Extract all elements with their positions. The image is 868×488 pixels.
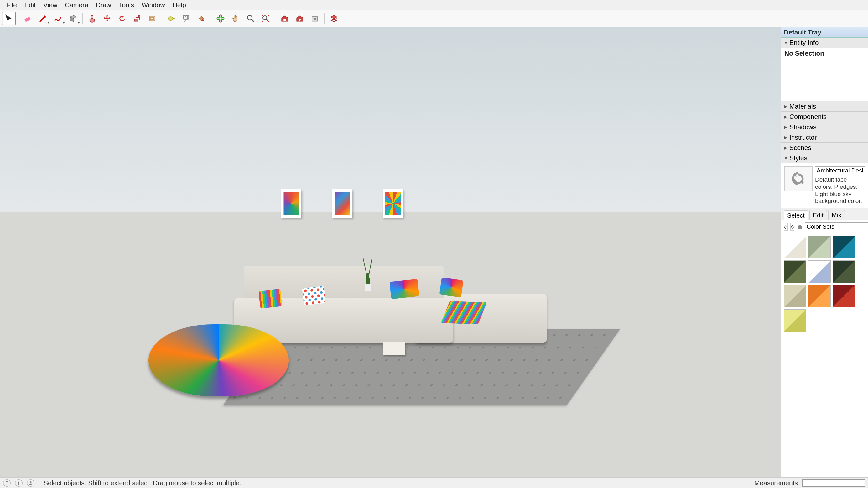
styles-nav-home[interactable]	[797, 223, 803, 231]
style-swatch[interactable]	[833, 285, 855, 307]
tool-scale[interactable]	[130, 11, 144, 25]
svg-text:A1: A1	[185, 16, 189, 19]
separator	[162, 13, 162, 24]
style-name-input[interactable]	[815, 166, 865, 175]
styles-tab-select[interactable]: Select	[784, 210, 808, 221]
svg-point-12	[30, 481, 31, 483]
model-pillow-geo-1	[390, 279, 420, 299]
tool-tape[interactable]	[164, 11, 178, 25]
tool-zoom-extents[interactable]	[259, 11, 273, 25]
tray-label-instructor: Instructor	[789, 134, 817, 141]
tool-pan[interactable]	[229, 11, 243, 25]
tray-head-components[interactable]: ▶Components	[781, 112, 868, 122]
menu-edit[interactable]: Edit	[21, 0, 39, 10]
style-description: Default face colors. P edges. Light blue…	[815, 176, 865, 205]
tray-head-shadows[interactable]: ▶Shadows	[781, 122, 868, 132]
svg-rect-9	[283, 19, 286, 21]
tray-head-styles[interactable]: ▼ Styles	[781, 153, 868, 163]
style-swatch[interactable]	[833, 260, 855, 283]
measurements-input[interactable]	[802, 479, 865, 487]
tool-rectangle[interactable]: ▾	[66, 11, 80, 25]
svg-point-1	[60, 17, 61, 19]
styles-nav-fwd[interactable]: ◇	[790, 223, 795, 231]
separator	[18, 13, 19, 24]
model-pillow-stripes	[258, 289, 282, 309]
style-swatch[interactable]	[808, 236, 831, 258]
style-swatch[interactable]	[808, 285, 831, 307]
caret-down-icon: ▼	[784, 155, 787, 161]
separator	[82, 13, 83, 24]
styles-collection-input[interactable]	[805, 222, 868, 231]
tool-line[interactable]: ▾	[36, 11, 50, 25]
svg-point-6	[219, 15, 222, 22]
status-info-icon[interactable]: i	[15, 479, 23, 487]
tray-label-shadows: Shadows	[789, 123, 816, 131]
tool-zoom[interactable]	[244, 11, 257, 25]
style-swatch[interactable]	[784, 285, 806, 307]
tool-extension-warehouse[interactable]	[308, 11, 322, 25]
status-help-icon[interactable]: ?	[3, 479, 11, 487]
separator	[750, 480, 750, 486]
tray-section-entity-info: ▼ Entity Info No Selection	[781, 38, 868, 101]
style-swatch[interactable]	[784, 236, 806, 258]
tool-layers[interactable]	[327, 11, 341, 25]
tray-head-instructor[interactable]: ▶Instructor	[781, 132, 868, 142]
model-sofa	[234, 266, 547, 347]
menu-view[interactable]: View	[39, 0, 61, 10]
svg-point-7	[247, 16, 252, 20]
style-swatch[interactable]	[784, 260, 806, 283]
tool-rotate[interactable]	[115, 11, 129, 25]
style-swatch[interactable]	[833, 236, 855, 258]
default-tray: Default Tray ▼ Entity Info No Selection …	[781, 27, 868, 477]
caret-right-icon: ▶	[784, 135, 787, 140]
tool-freehand[interactable]: ▾	[51, 11, 65, 25]
entity-info-status: No Selection	[784, 50, 824, 57]
menu-draw[interactable]: Draw	[92, 0, 115, 10]
tray-head-scenes[interactable]: ▶Scenes	[781, 143, 868, 153]
styles-preview: Default face colors. P edges. Light blue…	[781, 163, 868, 208]
tool-pushpull[interactable]	[85, 11, 99, 25]
menu-tools[interactable]: Tools	[115, 0, 138, 10]
styles-tab-edit[interactable]: Edit	[809, 210, 827, 220]
tray-head-entity-info[interactable]: ▼ Entity Info	[781, 38, 868, 48]
status-user-icon[interactable]	[27, 479, 34, 487]
menu-bar: File Edit View Camera Draw Tools Window …	[0, 0, 868, 10]
tray-head-materials[interactable]: ▶Materials	[781, 101, 868, 111]
tray-label-components: Components	[789, 113, 827, 120]
tool-3d-warehouse[interactable]	[278, 11, 291, 25]
menu-help[interactable]: Help	[169, 0, 190, 10]
menu-camera[interactable]: Camera	[61, 0, 92, 10]
caret-down-icon: ▼	[784, 40, 787, 45]
menu-file[interactable]: File	[2, 0, 21, 10]
tool-text[interactable]: A1	[180, 11, 193, 25]
tray-title[interactable]: Default Tray	[781, 27, 868, 38]
tray-label-scenes: Scenes	[789, 144, 811, 151]
status-hint: Select objects. Shift to extend select. …	[43, 479, 241, 487]
tool-offset[interactable]	[145, 11, 159, 25]
style-swatch[interactable]	[808, 260, 831, 283]
caret-right-icon: ▶	[784, 124, 787, 130]
tool-paint[interactable]	[194, 11, 208, 25]
styles-nav-back[interactable]: ◇	[784, 223, 788, 231]
tool-move[interactable]	[100, 11, 114, 25]
toolbar: ▾ ▾ ▾ A1	[0, 10, 868, 27]
svg-rect-0	[25, 17, 31, 22]
model-wall-art-2	[332, 190, 352, 218]
tool-select[interactable]	[2, 11, 16, 25]
tool-eraser[interactable]	[21, 11, 35, 25]
separator	[324, 13, 324, 24]
separator	[275, 13, 275, 24]
model-pillow-dots	[302, 286, 326, 305]
tool-orbit[interactable]	[214, 11, 227, 25]
status-bar: ? i Select objects. Shift to extend sele…	[0, 477, 868, 488]
style-swatch[interactable]	[784, 309, 806, 332]
scene-model	[0, 27, 781, 477]
model-pillow-geo-2	[439, 277, 464, 297]
menu-window[interactable]: Window	[138, 0, 169, 10]
svg-point-11	[314, 18, 316, 20]
viewport-3d[interactable]	[0, 27, 781, 477]
styles-tab-mix[interactable]: Mix	[828, 210, 845, 220]
tool-share-model[interactable]	[293, 11, 307, 25]
style-thumbnail-current[interactable]	[784, 166, 812, 191]
tray-label-entity-info: Entity Info	[789, 39, 818, 47]
